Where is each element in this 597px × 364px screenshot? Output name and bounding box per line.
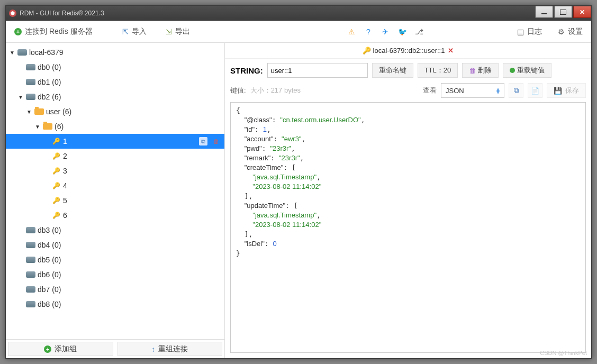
import-label: 导入 (132, 27, 147, 37)
log-button[interactable]: ▤ 日志 (513, 25, 546, 39)
titlebar[interactable]: ⬢ RDM - GUI for Redis® 2021.3 ✕ (6, 6, 591, 21)
key-node-3[interactable]: 🔑3 (6, 163, 224, 178)
db-label: db0 (38, 63, 50, 71)
key-node-4[interactable]: 🔑4 (6, 178, 224, 193)
key-label: 6 (63, 211, 67, 220)
folder-label: (6) (55, 122, 64, 131)
export-icon: ⇲ (166, 28, 172, 36)
app-window: ⬢ RDM - GUI for Redis® 2021.3 ✕ + 连接到 Re… (5, 5, 592, 359)
maximize-button[interactable] (554, 6, 572, 18)
database-icon (26, 94, 35, 100)
db-label: db2 (38, 93, 50, 101)
copy-cmd-button[interactable]: 📄 (528, 83, 542, 98)
key-name-input[interactable] (267, 63, 368, 78)
db-count: (0) (52, 285, 61, 294)
chevron-down-icon[interactable]: ▼ (17, 94, 24, 100)
db-count: (0) (52, 78, 61, 86)
db-label: db1 (38, 78, 50, 86)
format-select[interactable]: JSON ▴▾ (441, 83, 504, 98)
save-icon: 💾 (554, 87, 562, 95)
db-count: (0) (52, 63, 61, 71)
window-title: RDM - GUI for Redis® 2021.3 (20, 10, 104, 17)
db-node-db1[interactable]: db1 (0) (6, 75, 224, 89)
db-label: db8 (38, 300, 50, 308)
minimize-button[interactable] (535, 6, 553, 18)
folder-user[interactable]: ▼ user (6) (6, 104, 224, 119)
folder-anon[interactable]: ▼ (6) (6, 119, 224, 134)
folder-icon (43, 123, 52, 130)
chevron-down-icon[interactable]: ▼ (34, 124, 41, 130)
db-node-db3[interactable]: db3 (0) (6, 223, 224, 238)
tab-close-icon[interactable]: ✕ (448, 47, 454, 54)
chevron-updown-icon: ▴▾ (496, 87, 500, 94)
db-node-db8[interactable]: db8 (0) (6, 297, 224, 312)
add-group-label: 添加组 (55, 344, 77, 354)
key-node-2[interactable]: 🔑2 (6, 149, 224, 163)
db-count: (0) (52, 226, 61, 234)
db-count: (6) (52, 93, 61, 101)
gear-icon: ⚙ (558, 28, 565, 36)
add-group-button[interactable]: + 添加组 (8, 342, 113, 356)
delete-button[interactable]: 🗑删除 (462, 63, 499, 78)
key-label: 5 (63, 196, 67, 205)
db-count: (0) (52, 270, 61, 279)
connection-tree[interactable]: ▼ local-6379 db0 (0) db1 (0) ▼ (6, 43, 224, 339)
value-size: 大小：217 bytes (250, 86, 301, 95)
import-button[interactable]: ⇱ 导入 (118, 25, 151, 39)
db-label: db3 (38, 226, 50, 234)
swap-icon: ↕ (151, 345, 155, 353)
db-count: (0) (52, 300, 61, 308)
tab-title[interactable]: local-6379::db2::user::1 (373, 47, 445, 54)
database-icon (26, 242, 35, 248)
export-button[interactable]: ⇲ 导出 (161, 25, 194, 39)
key-icon: 🔑 (363, 47, 371, 54)
ttl-button[interactable]: TTL：20 (418, 63, 458, 78)
save-button[interactable]: 💾 保存 (547, 83, 586, 98)
key-node-5[interactable]: 🔑5 (6, 193, 224, 208)
connect-button[interactable]: + 连接到 Redis 服务器 (10, 25, 97, 39)
db-node-db7[interactable]: db7 (0) (6, 282, 224, 297)
sidebar-footer: + 添加组 ↕ 重组连接 (6, 339, 224, 358)
key-node-1[interactable]: 🔑 1 ⧉ 🗑 (6, 134, 224, 149)
close-button[interactable]: ✕ (573, 6, 591, 18)
folder-label: user (6) (46, 107, 71, 116)
key-icon: 🔑 (51, 212, 61, 219)
chevron-down-icon[interactable]: ▼ (9, 50, 15, 56)
help-icon[interactable]: ? (364, 27, 373, 37)
main-toolbar: + 连接到 Redis 服务器 ⇱ 导入 ⇲ 导出 ⚠ ? ✈ 🐦 ⎇ ▤ 日志… (6, 21, 591, 43)
copy-value-button[interactable]: ⧉ (509, 83, 523, 98)
database-icon (26, 257, 35, 263)
value-editor[interactable]: { "@class": "cn.test.orm.user.UserDO", "… (230, 102, 586, 353)
reconnect-button[interactable]: ↕ 重组连接 (117, 342, 223, 356)
db-node-db6[interactable]: db6 (0) (6, 267, 224, 282)
db-node-db4[interactable]: db4 (0) (6, 238, 224, 252)
body: ▼ local-6379 db0 (0) db1 (0) ▼ (6, 43, 591, 358)
telegram-icon[interactable]: ✈ (381, 27, 390, 37)
warning-icon[interactable]: ⚠ (347, 27, 356, 37)
db-node-db0[interactable]: db0 (0) (6, 60, 224, 75)
twitter-icon[interactable]: 🐦 (397, 27, 407, 37)
connection-node[interactable]: ▼ local-6379 (6, 45, 224, 60)
key-icon: 🔑 (51, 182, 61, 189)
copy-key-icon[interactable]: ⧉ (199, 137, 207, 145)
key-label: 3 (63, 167, 67, 175)
chevron-down-icon[interactable]: ▼ (26, 109, 32, 115)
reload-button[interactable]: 重载键值 (503, 63, 551, 78)
db-label: db5 (38, 256, 50, 264)
export-label: 导出 (175, 27, 190, 37)
key-label: 4 (63, 181, 67, 190)
github-icon[interactable]: ⎇ (414, 27, 424, 37)
db-node-db5[interactable]: db5 (0) (6, 252, 224, 267)
db-node-db2[interactable]: ▼ db2 (6) (6, 89, 224, 104)
delete-key-icon[interactable]: 🗑 (212, 137, 220, 145)
rename-button[interactable]: 重命名键 (372, 63, 413, 78)
database-icon (26, 286, 35, 293)
watermark: CSDN @ThinkPet (540, 350, 587, 356)
key-node-6[interactable]: 🔑6 (6, 208, 224, 223)
settings-button[interactable]: ⚙ 设置 (554, 25, 587, 39)
settings-label: 设置 (568, 27, 583, 37)
plus-icon: + (14, 28, 22, 35)
value-toolbar: 键值: 大小：217 bytes 查看 JSON ▴▾ ⧉ 📄 💾 保存 (225, 82, 591, 102)
main-panel: 🔑 local-6379::db2::user::1 ✕ STRING: 重命名… (225, 43, 591, 358)
db-label: db4 (38, 241, 50, 249)
